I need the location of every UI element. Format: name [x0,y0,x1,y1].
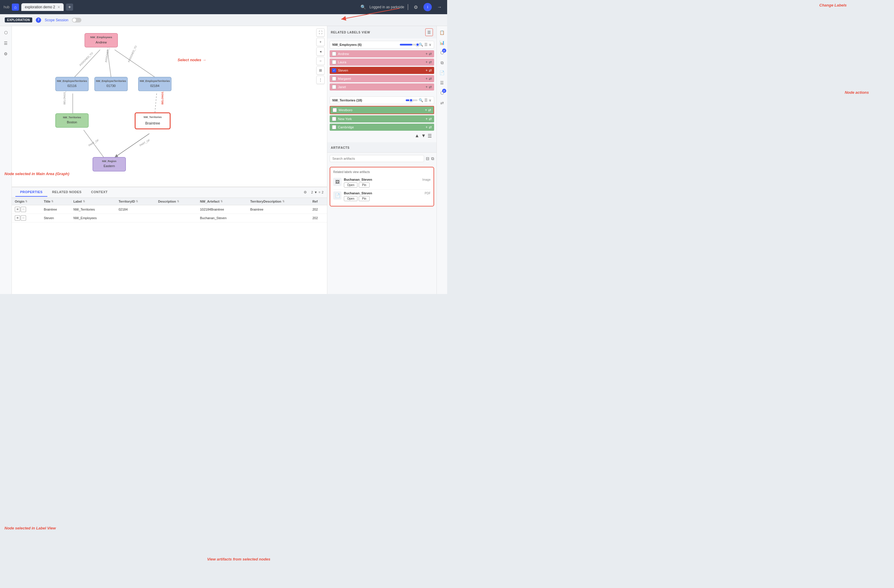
cambridge-checkbox[interactable] [332,125,336,129]
sort-menu-icon[interactable]: ☰ [427,133,432,139]
territories-expand-icon[interactable]: ∨ [429,98,432,103]
laura-actions: + ⇄ [426,60,432,64]
page-sep2: = [319,190,320,194]
cambridge-share-icon[interactable]: ⇄ [429,125,432,129]
westboro-share-icon[interactable]: ⇄ [428,108,431,112]
far-icon-nodes[interactable]: ⬡ 2 [438,48,446,57]
nw-employees-group: NW_Employees (6) 🔍 ☰ ∨ Andrew + ⇄ [327,38,436,94]
fullscreen-button[interactable]: ⛶ [316,29,325,37]
janet-share-icon[interactable]: ⇄ [429,85,432,89]
westboro-checkbox[interactable] [333,108,337,112]
sort-up-icon[interactable]: ▲ [415,133,419,139]
artifact-open-button-1[interactable]: Open [344,182,358,187]
scope-session-toggle[interactable] [72,18,82,23]
row-territory-desc: Braintree [248,205,310,214]
new-york-share-icon[interactable]: ⇄ [429,117,432,121]
new-york-actions: + ⇄ [426,117,432,121]
bottom-tab-actions: ⚙ 2 ▼ = 2 [302,189,323,196]
home-tab-icon[interactable]: ⌂ [12,3,19,11]
artifact-card-title: Related labels view artifacts [333,170,430,173]
far-icon-nodes2[interactable]: ⬡ 2 [438,89,446,97]
margaret-share-icon[interactable]: ⇄ [429,77,432,81]
svg-line-2 [115,50,155,77]
tab-close-icon[interactable]: ✕ [57,5,60,9]
row-graph-icon[interactable]: ⊞ [15,207,20,212]
artifacts-search-input[interactable] [330,155,424,162]
margaret-add-icon[interactable]: + [426,77,427,81]
user-icon[interactable]: i [423,3,432,11]
zoom-in-button[interactable]: + [316,38,325,46]
filter-icon[interactable]: ⚙ [412,3,420,11]
row-graph-icon[interactable]: ⊞ [15,215,20,221]
far-icon-report[interactable]: 📊 [438,38,446,47]
laura-checkbox[interactable] [332,60,336,64]
artifacts-section: ARTIFACTS ⊟ ⧉ Related labels view artifa… [327,142,436,294]
sidebar-icon-graph[interactable]: ⬡ [2,29,10,37]
change-labels-button[interactable]: ☰ [425,29,433,36]
label-item-steven: ✓ Steven + ⇄ [330,67,434,74]
andrew-checkbox[interactable] [332,52,336,56]
row-territory-id [116,214,156,222]
sidebar-icon-settings[interactable]: ⚙ [2,50,10,58]
artifact-pin-button-1[interactable]: Pin [359,182,369,187]
janet-add-icon[interactable]: + [426,85,427,89]
fit-button[interactable]: ⊞ [316,66,325,75]
laura-add-icon[interactable]: + [426,60,427,64]
graph-controls: ⛶ + ◂ − ⊞ ⋮ [316,29,325,84]
collapse-button[interactable]: ◂ [316,47,325,56]
tab-context[interactable]: CONTEXT [86,188,112,197]
far-icon-copy[interactable]: ⧉ [438,59,446,67]
tab-properties[interactable]: PROPERTIES [15,188,47,197]
svg-text:02184: 02184 [150,84,160,87]
right-panel: RELATED LABELS VIEW ☰ NW_Employees (6) 🔍… [327,26,436,294]
new-york-add-icon[interactable]: + [426,117,427,121]
andrew-share-icon[interactable]: ⇄ [429,52,432,56]
artifact-pin-button-2[interactable]: Pin [359,196,369,201]
new-tab-button[interactable]: + [66,3,73,11]
steven-share-icon[interactable]: ⇄ [429,68,432,72]
sidebar-icon-list[interactable]: ☰ [2,39,10,47]
row-node-icon[interactable]: □ [21,215,26,221]
employees-search-icon[interactable]: 🔍 [419,42,423,47]
settings-icon[interactable]: ⚙ [302,189,309,196]
search-icon[interactable]: 🔍 [361,5,366,10]
territories-menu-icon[interactable]: ☰ [424,98,427,103]
scope-session-link[interactable]: Scope Session [45,18,68,22]
far-icon-list[interactable]: ☰ [438,79,446,87]
tab-exploration-demo[interactable]: exploration demo 2 ✕ [21,3,63,11]
westboro-label: Westboro [338,108,423,112]
far-icon-doc2[interactable]: 📄 [438,69,446,77]
steven-checkbox[interactable]: ✓ [332,68,336,72]
row-node-icon[interactable]: □ [21,207,26,212]
steven-add-icon[interactable]: + [426,68,427,72]
zoom-out-button[interactable]: − [316,57,325,65]
laura-share-icon[interactable]: ⇄ [429,60,432,64]
svg-rect-29 [135,113,170,129]
andrew-add-icon[interactable]: + [426,52,427,56]
logged-in-label: Logged in as parkside [370,5,404,9]
margaret-checkbox[interactable] [332,77,336,81]
svg-text:01730: 01730 [107,84,116,87]
territories-slider[interactable] [406,100,418,101]
filter-icon[interactable]: ⊟ [426,156,429,161]
janet-checkbox[interactable] [332,85,336,89]
layers-icon[interactable]: ⧉ [431,156,434,161]
tab-related-nodes[interactable]: RELATED NODES [47,188,86,197]
logout-icon[interactable]: → [435,3,444,11]
sort-down-icon[interactable]: ▼ [421,133,426,139]
territories-search-icon[interactable]: 🔍 [419,98,423,103]
far-icon-share[interactable]: ⇄ [438,99,446,107]
artifact-open-button-2[interactable]: Open [344,196,358,201]
cambridge-add-icon[interactable]: + [426,125,427,129]
graph-canvas: ASSIGNED_TO ASSIGNED_TO ASSIGNED_TO BELO… [12,26,327,187]
westboro-add-icon[interactable]: + [425,108,427,112]
row-label: NW_Employees [71,214,116,222]
artifact-type-1: Image [422,178,430,181]
employees-menu-icon[interactable]: ☰ [424,42,427,47]
svg-text:NW_EmployeeTerritories: NW_EmployeeTerritories [140,80,170,83]
far-icon-doc[interactable]: 📋 [438,29,446,37]
new-york-checkbox[interactable] [332,117,336,121]
employees-expand-icon[interactable]: ∨ [429,42,432,47]
more-button[interactable]: ⋮ [316,76,325,84]
employees-slider[interactable] [400,44,418,45]
